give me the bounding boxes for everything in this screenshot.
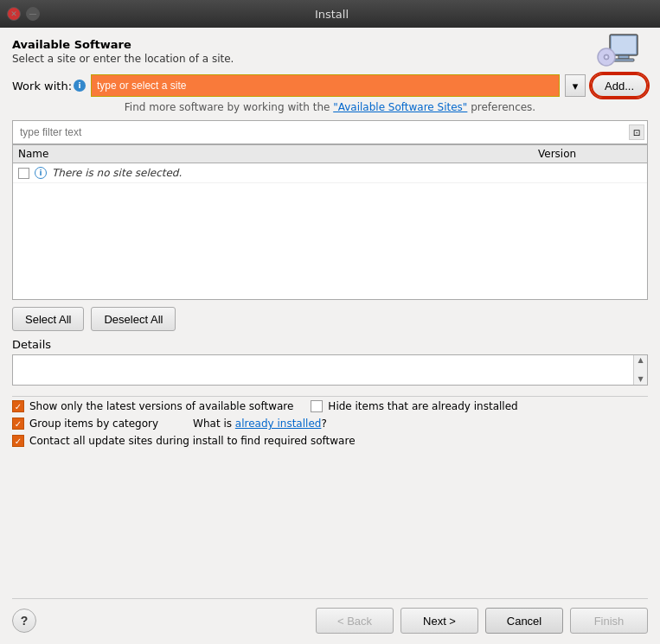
options-row-3: ✓ Contact all update sites during instal… xyxy=(12,435,648,447)
hide-installed-checkbox[interactable] xyxy=(311,400,323,412)
select-all-button[interactable]: Select All xyxy=(12,307,84,331)
group-category-checkbox[interactable]: ✓ xyxy=(12,418,24,430)
filter-row: ⊡ xyxy=(12,120,648,144)
details-box: ▲ ▼ xyxy=(12,354,648,386)
close-button[interactable]: ✕ xyxy=(7,7,21,21)
scroll-up-icon[interactable]: ▲ xyxy=(638,357,643,364)
scroll-down-icon[interactable]: ▼ xyxy=(638,376,643,383)
filter-input[interactable] xyxy=(12,120,648,144)
window-title: Install xyxy=(45,8,618,21)
section-title: Available Software xyxy=(12,38,234,51)
dropdown-arrow-icon: ▾ xyxy=(573,80,579,92)
help-button[interactable]: ? xyxy=(12,609,36,633)
details-label: Details xyxy=(12,338,648,351)
contact-update-checkbox[interactable]: ✓ xyxy=(12,435,24,447)
svg-rect-3 xyxy=(613,59,634,61)
work-with-row: Work with: i ▾ Add... xyxy=(12,73,648,98)
filter-clear-button[interactable]: ⊡ xyxy=(629,124,644,140)
finish-button[interactable]: Finish xyxy=(570,608,648,634)
option-show-latest: ✓ Show only the latest versions of avail… xyxy=(12,400,293,412)
row-checkbox[interactable] xyxy=(18,168,29,179)
available-software-sites-link[interactable]: "Available Software Sites" xyxy=(333,101,467,113)
svg-rect-1 xyxy=(612,36,636,54)
software-table: Name Version i There is no site selected… xyxy=(12,144,648,300)
add-button[interactable]: Add... xyxy=(591,73,648,98)
back-button[interactable]: < Back xyxy=(316,608,394,634)
hide-installed-label: Hide items that are already installed xyxy=(328,400,517,412)
install-icon xyxy=(593,31,648,73)
title-bar: ✕ — Install xyxy=(0,0,660,28)
footer-buttons: < Back Next > Cancel Finish xyxy=(316,608,648,634)
minimize-icon: — xyxy=(29,10,37,18)
table-row: i There is no site selected. xyxy=(13,163,647,183)
options-row-1: ✓ Show only the latest versions of avail… xyxy=(12,400,648,412)
row-no-site-text: There is no site selected. xyxy=(52,167,182,179)
details-section: Details ▲ ▼ xyxy=(12,338,648,386)
svg-point-6 xyxy=(606,56,608,59)
section-subtitle: Select a site or enter the location of a… xyxy=(12,53,234,65)
deselect-all-button[interactable]: Deselect All xyxy=(91,307,176,331)
buttons-row: Select All Deselect All xyxy=(12,300,648,338)
column-version: Version xyxy=(538,148,642,160)
header-area: Available Software Select a site or ente… xyxy=(12,38,648,73)
option-contact-update: ✓ Contact all update sites during instal… xyxy=(12,435,356,447)
cancel-button[interactable]: Cancel xyxy=(485,608,563,634)
option-hide-installed: Hide items that are already installed xyxy=(311,400,517,412)
window-body: Available Software Select a site or ente… xyxy=(0,28,660,644)
close-icon: ✕ xyxy=(10,10,17,18)
options-section: ✓ Show only the latest versions of avail… xyxy=(12,400,648,447)
header-text: Available Software Select a site or ente… xyxy=(12,38,234,73)
row-info-icon: i xyxy=(35,167,47,179)
minimize-button[interactable]: — xyxy=(26,7,40,21)
column-name: Name xyxy=(18,148,538,160)
next-button[interactable]: Next > xyxy=(400,608,478,634)
site-input[interactable] xyxy=(91,74,560,97)
work-with-label: Work with: i xyxy=(12,80,86,92)
group-category-label: Group items by category xyxy=(29,418,158,430)
options-row-2: ✓ Group items by category What is alread… xyxy=(12,418,648,430)
site-dropdown[interactable]: ▾ xyxy=(565,74,586,97)
details-content xyxy=(13,355,633,385)
find-more-text: Find more software by working with the "… xyxy=(12,101,648,113)
option-group-category: ✓ Group items by category xyxy=(12,418,158,430)
contact-update-label: Contact all update sites during install … xyxy=(29,435,356,447)
already-installed-link[interactable]: already installed xyxy=(235,418,322,430)
table-header: Name Version xyxy=(13,145,647,163)
details-scrollbar: ▲ ▼ xyxy=(633,355,647,385)
show-latest-checkbox[interactable]: ✓ xyxy=(12,400,24,412)
show-latest-label: Show only the latest versions of availab… xyxy=(29,400,293,412)
svg-rect-2 xyxy=(618,55,629,59)
already-installed-text: What is already installed? xyxy=(193,418,327,430)
info-icon: i xyxy=(74,80,86,92)
clear-icon: ⊡ xyxy=(633,128,640,137)
options-divider xyxy=(12,396,648,397)
footer-row: ? < Back Next > Cancel Finish xyxy=(12,599,648,634)
